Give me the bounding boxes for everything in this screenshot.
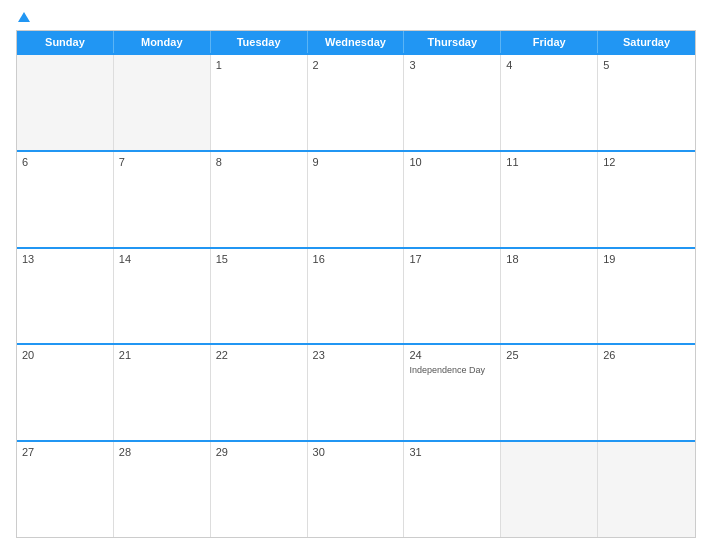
day-number: 28	[119, 446, 205, 458]
cal-cell: 22	[211, 345, 308, 440]
day-number: 13	[22, 253, 108, 265]
cal-cell: 29	[211, 442, 308, 537]
cal-cell: 19	[598, 249, 695, 344]
cal-cell: 6	[17, 152, 114, 247]
day-number: 6	[22, 156, 108, 168]
calendar-week-2: 6789101112	[17, 150, 695, 247]
col-tuesday: Tuesday	[211, 31, 308, 53]
cal-cell: 30	[308, 442, 405, 537]
day-number: 29	[216, 446, 302, 458]
day-number: 11	[506, 156, 592, 168]
calendar-body: 123456789101112131415161718192021222324I…	[17, 53, 695, 537]
day-number: 15	[216, 253, 302, 265]
calendar-header-row: Sunday Monday Tuesday Wednesday Thursday…	[17, 31, 695, 53]
cal-cell: 16	[308, 249, 405, 344]
day-number: 27	[22, 446, 108, 458]
cal-cell: 13	[17, 249, 114, 344]
day-number: 30	[313, 446, 399, 458]
cal-cell: 17	[404, 249, 501, 344]
cal-cell: 2	[308, 55, 405, 150]
day-number: 20	[22, 349, 108, 361]
cal-cell: 5	[598, 55, 695, 150]
col-friday: Friday	[501, 31, 598, 53]
cal-cell: 8	[211, 152, 308, 247]
cal-cell: 20	[17, 345, 114, 440]
cal-cell	[501, 442, 598, 537]
cal-cell: 23	[308, 345, 405, 440]
col-wednesday: Wednesday	[308, 31, 405, 53]
cal-cell	[17, 55, 114, 150]
day-number: 16	[313, 253, 399, 265]
cal-cell: 10	[404, 152, 501, 247]
cal-cell: 18	[501, 249, 598, 344]
calendar: Sunday Monday Tuesday Wednesday Thursday…	[16, 30, 696, 538]
day-number: 5	[603, 59, 690, 71]
day-number: 19	[603, 253, 690, 265]
cal-cell: 21	[114, 345, 211, 440]
day-number: 22	[216, 349, 302, 361]
calendar-week-1: 12345	[17, 53, 695, 150]
day-number: 3	[409, 59, 495, 71]
day-number: 25	[506, 349, 592, 361]
col-sunday: Sunday	[17, 31, 114, 53]
logo-triangle-icon	[18, 12, 30, 22]
day-number: 8	[216, 156, 302, 168]
cal-cell	[598, 442, 695, 537]
cal-cell: 15	[211, 249, 308, 344]
day-number: 2	[313, 59, 399, 71]
cal-cell: 31	[404, 442, 501, 537]
day-number: 10	[409, 156, 495, 168]
day-number: 4	[506, 59, 592, 71]
logo	[16, 12, 30, 22]
day-number: 24	[409, 349, 495, 361]
cal-cell: 14	[114, 249, 211, 344]
day-number: 17	[409, 253, 495, 265]
cal-cell: 26	[598, 345, 695, 440]
cal-cell: 24Independence Day	[404, 345, 501, 440]
calendar-week-4: 2021222324Independence Day2526	[17, 343, 695, 440]
day-number: 31	[409, 446, 495, 458]
cal-cell: 1	[211, 55, 308, 150]
cal-cell: 3	[404, 55, 501, 150]
cal-cell	[114, 55, 211, 150]
day-number: 12	[603, 156, 690, 168]
day-number: 14	[119, 253, 205, 265]
day-number: 9	[313, 156, 399, 168]
day-number: 18	[506, 253, 592, 265]
col-thursday: Thursday	[404, 31, 501, 53]
page: Sunday Monday Tuesday Wednesday Thursday…	[0, 0, 712, 550]
col-monday: Monday	[114, 31, 211, 53]
day-number: 21	[119, 349, 205, 361]
cal-cell: 9	[308, 152, 405, 247]
holiday-label: Independence Day	[409, 365, 495, 376]
cal-cell: 27	[17, 442, 114, 537]
cal-cell: 11	[501, 152, 598, 247]
calendar-week-5: 2728293031	[17, 440, 695, 537]
cal-cell: 25	[501, 345, 598, 440]
calendar-week-3: 13141516171819	[17, 247, 695, 344]
day-number: 1	[216, 59, 302, 71]
cal-cell: 12	[598, 152, 695, 247]
cal-cell: 4	[501, 55, 598, 150]
header	[16, 12, 696, 22]
day-number: 7	[119, 156, 205, 168]
col-saturday: Saturday	[598, 31, 695, 53]
day-number: 23	[313, 349, 399, 361]
cal-cell: 7	[114, 152, 211, 247]
cal-cell: 28	[114, 442, 211, 537]
day-number: 26	[603, 349, 690, 361]
